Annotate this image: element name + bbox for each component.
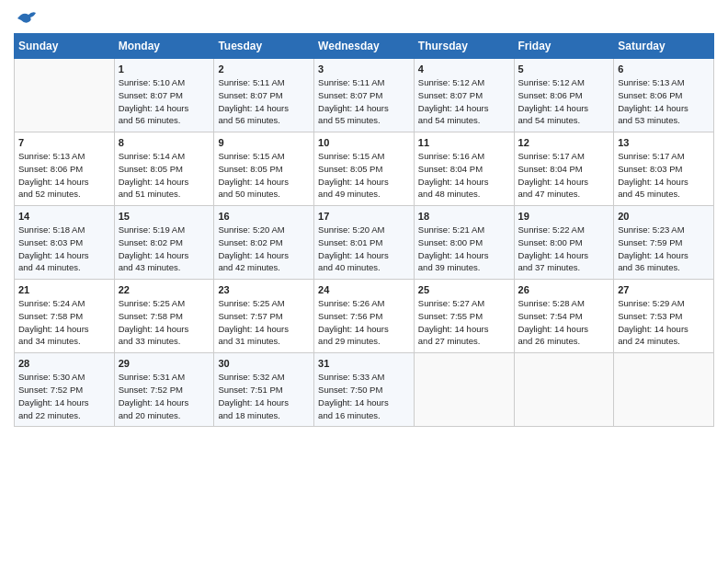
day-number: 9 [218,137,310,148]
day-info: Sunrise: 5:22 AM Sunset: 8:00 PM Dayligh… [518,224,610,274]
calendar-week-row: 14Sunrise: 5:18 AM Sunset: 8:03 PM Dayli… [15,206,714,280]
calendar-cell: 14Sunrise: 5:18 AM Sunset: 8:03 PM Dayli… [15,206,115,280]
day-info: Sunrise: 5:14 AM Sunset: 8:05 PM Dayligh… [119,150,210,201]
calendar-cell: 1Sunrise: 5:10 AM Sunset: 8:07 PM Daylig… [114,59,214,132]
calendar-cell: 31Sunrise: 5:33 AM Sunset: 7:50 PM Dayli… [314,353,415,427]
calendar-week-row: 28Sunrise: 5:30 AM Sunset: 7:52 PM Dayli… [15,353,714,427]
day-info: Sunrise: 5:18 AM Sunset: 8:03 PM Dayligh… [18,224,110,274]
day-number: 13 [618,137,710,148]
day-number: 8 [119,137,210,148]
calendar-cell: 17Sunrise: 5:20 AM Sunset: 8:01 PM Dayli… [314,206,415,280]
calendar-cell [414,353,514,427]
day-info: Sunrise: 5:15 AM Sunset: 8:05 PM Dayligh… [318,150,410,201]
calendar-cell [15,59,115,132]
day-number: 14 [18,211,110,222]
calendar-cell: 4Sunrise: 5:12 AM Sunset: 8:07 PM Daylig… [414,59,514,132]
calendar-cell: 29Sunrise: 5:31 AM Sunset: 7:52 PM Dayli… [114,353,214,427]
page-header [14,9,714,28]
day-info: Sunrise: 5:28 AM Sunset: 7:54 PM Dayligh… [518,297,610,348]
calendar-cell: 23Sunrise: 5:25 AM Sunset: 7:57 PM Dayli… [214,280,314,353]
day-info: Sunrise: 5:16 AM Sunset: 8:04 PM Dayligh… [418,150,510,201]
calendar-cell: 16Sunrise: 5:20 AM Sunset: 8:02 PM Dayli… [214,206,314,280]
calendar-cell: 26Sunrise: 5:28 AM Sunset: 7:54 PM Dayli… [514,280,614,353]
day-info: Sunrise: 5:12 AM Sunset: 8:07 PM Dayligh… [418,76,510,127]
day-info: Sunrise: 5:24 AM Sunset: 7:58 PM Dayligh… [18,297,110,348]
day-number: 7 [18,137,110,148]
day-info: Sunrise: 5:11 AM Sunset: 8:07 PM Dayligh… [218,76,310,127]
calendar-cell: 6Sunrise: 5:13 AM Sunset: 8:06 PM Daylig… [614,59,714,132]
calendar-cell: 8Sunrise: 5:14 AM Sunset: 8:05 PM Daylig… [114,132,214,206]
calendar-week-row: 7Sunrise: 5:13 AM Sunset: 8:06 PM Daylig… [15,132,714,206]
calendar-cell: 21Sunrise: 5:24 AM Sunset: 7:58 PM Dayli… [15,280,115,353]
day-number: 25 [418,284,510,295]
header-day: Friday [514,34,614,59]
header-day: Sunday [15,34,115,59]
day-number: 22 [119,284,210,295]
header-day: Wednesday [314,34,415,59]
header-day: Thursday [414,34,514,59]
logo-bird-icon [16,9,38,28]
header-day: Tuesday [214,34,314,59]
calendar-cell [614,353,714,427]
day-number: 2 [218,63,310,75]
day-number: 30 [218,358,310,369]
day-info: Sunrise: 5:20 AM Sunset: 8:01 PM Dayligh… [318,224,410,274]
day-info: Sunrise: 5:15 AM Sunset: 8:05 PM Dayligh… [218,150,310,201]
logo [14,9,38,28]
day-info: Sunrise: 5:30 AM Sunset: 7:52 PM Dayligh… [18,371,110,421]
day-number: 15 [119,211,210,222]
calendar-cell: 11Sunrise: 5:16 AM Sunset: 8:04 PM Dayli… [414,132,514,206]
day-info: Sunrise: 5:29 AM Sunset: 7:53 PM Dayligh… [618,297,710,348]
day-info: Sunrise: 5:26 AM Sunset: 7:56 PM Dayligh… [318,297,410,348]
day-info: Sunrise: 5:17 AM Sunset: 8:03 PM Dayligh… [618,150,710,201]
day-number: 24 [318,284,410,295]
day-number: 20 [618,211,710,222]
calendar-cell: 30Sunrise: 5:32 AM Sunset: 7:51 PM Dayli… [214,353,314,427]
day-info: Sunrise: 5:25 AM Sunset: 7:58 PM Dayligh… [119,297,210,348]
day-number: 29 [119,358,210,369]
day-info: Sunrise: 5:23 AM Sunset: 7:59 PM Dayligh… [618,224,710,274]
calendar-cell [514,353,614,427]
calendar-table: SundayMondayTuesdayWednesdayThursdayFrid… [14,33,714,427]
calendar-cell: 20Sunrise: 5:23 AM Sunset: 7:59 PM Dayli… [614,206,714,280]
day-info: Sunrise: 5:19 AM Sunset: 8:02 PM Dayligh… [119,224,210,274]
day-info: Sunrise: 5:13 AM Sunset: 8:06 PM Dayligh… [618,76,710,127]
day-number: 18 [418,211,510,222]
day-info: Sunrise: 5:20 AM Sunset: 8:02 PM Dayligh… [218,224,310,274]
header-day: Monday [114,34,214,59]
calendar-cell: 27Sunrise: 5:29 AM Sunset: 7:53 PM Dayli… [614,280,714,353]
day-number: 1 [119,63,210,75]
calendar-cell: 10Sunrise: 5:15 AM Sunset: 8:05 PM Dayli… [314,132,415,206]
day-number: 4 [418,63,510,75]
header-row: SundayMondayTuesdayWednesdayThursdayFrid… [15,34,714,59]
calendar-cell: 22Sunrise: 5:25 AM Sunset: 7:58 PM Dayli… [114,280,214,353]
day-info: Sunrise: 5:12 AM Sunset: 8:06 PM Dayligh… [518,76,610,127]
day-number: 21 [18,284,110,295]
calendar-cell: 13Sunrise: 5:17 AM Sunset: 8:03 PM Dayli… [614,132,714,206]
day-number: 5 [518,63,610,75]
header-day: Saturday [614,34,714,59]
day-info: Sunrise: 5:11 AM Sunset: 8:07 PM Dayligh… [318,76,410,127]
calendar-cell: 25Sunrise: 5:27 AM Sunset: 7:55 PM Dayli… [414,280,514,353]
day-info: Sunrise: 5:10 AM Sunset: 8:07 PM Dayligh… [119,76,210,127]
calendar-cell: 2Sunrise: 5:11 AM Sunset: 8:07 PM Daylig… [214,59,314,132]
calendar-cell: 24Sunrise: 5:26 AM Sunset: 7:56 PM Dayli… [314,280,415,353]
calendar-cell: 7Sunrise: 5:13 AM Sunset: 8:06 PM Daylig… [15,132,115,206]
day-info: Sunrise: 5:27 AM Sunset: 7:55 PM Dayligh… [418,297,510,348]
calendar-cell: 18Sunrise: 5:21 AM Sunset: 8:00 PM Dayli… [414,206,514,280]
day-info: Sunrise: 5:17 AM Sunset: 8:04 PM Dayligh… [518,150,610,201]
calendar-cell: 19Sunrise: 5:22 AM Sunset: 8:00 PM Dayli… [514,206,614,280]
calendar-week-row: 1Sunrise: 5:10 AM Sunset: 8:07 PM Daylig… [15,59,714,132]
day-number: 17 [318,211,410,222]
calendar-cell: 28Sunrise: 5:30 AM Sunset: 7:52 PM Dayli… [15,353,115,427]
calendar-cell: 15Sunrise: 5:19 AM Sunset: 8:02 PM Dayli… [114,206,214,280]
day-number: 19 [518,211,610,222]
day-number: 11 [418,137,510,148]
calendar-cell: 3Sunrise: 5:11 AM Sunset: 8:07 PM Daylig… [314,59,415,132]
day-number: 16 [218,211,310,222]
day-number: 10 [318,137,410,148]
day-number: 27 [618,284,710,295]
day-info: Sunrise: 5:32 AM Sunset: 7:51 PM Dayligh… [218,371,310,421]
day-info: Sunrise: 5:13 AM Sunset: 8:06 PM Dayligh… [18,150,110,201]
day-number: 28 [18,358,110,369]
